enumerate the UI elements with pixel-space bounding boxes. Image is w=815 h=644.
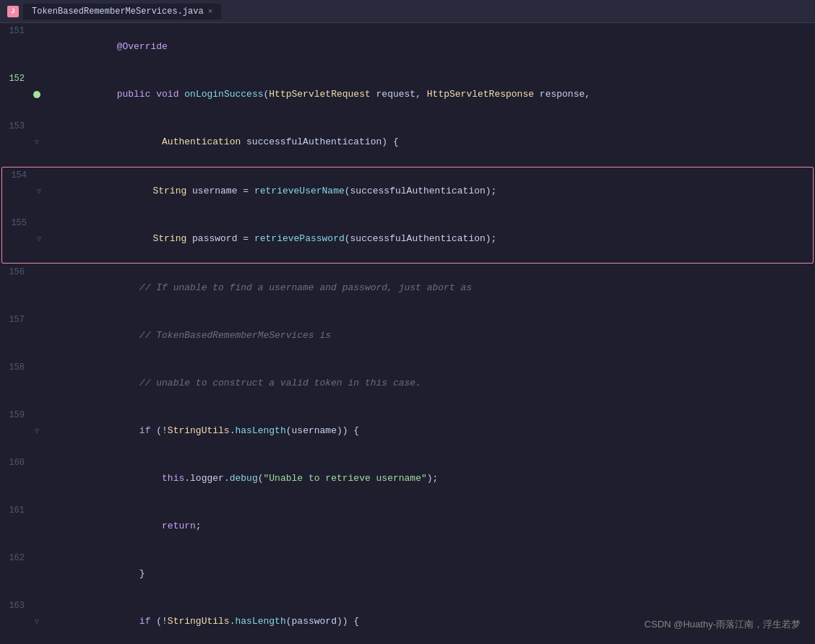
- line-row: 155 ▽ String password = retrievePassword…: [2, 215, 813, 263]
- redbox-1: 154 ▽ String username = retrieveUserName…: [1, 167, 814, 264]
- line-content: String password = retrievePassword(succe…: [46, 215, 813, 263]
- line-indicators: [30, 550, 43, 598]
- editor-container: 151 @Override 152 public void onLoginSuc…: [0, 23, 815, 644]
- line-number: 161: [0, 502, 30, 550]
- line-number: 159: [0, 407, 30, 455]
- line-number: 155: [2, 215, 33, 263]
- line-row: 154 ▽ String username = retrieveUserName…: [2, 167, 813, 215]
- line-content: if (!StringUtils.hasLength(username)) {: [43, 407, 815, 455]
- code-area[interactable]: 151 @Override 152 public void onLoginSuc…: [0, 23, 815, 644]
- line-indicators: [30, 312, 43, 360]
- line-number: 152: [0, 71, 30, 118]
- line-content: if (!StringUtils.hasLength(password)) {: [43, 598, 815, 644]
- line-indicators: ▽: [30, 407, 43, 455]
- line-indicators: [30, 360, 43, 407]
- line-number: 158: [0, 360, 30, 407]
- tab-close[interactable]: ×: [208, 7, 213, 16]
- line-row: 160 this.logger.debug("Unable to retriev…: [0, 455, 815, 502]
- line-row: 153 ▽ Authentication successfulAuthentic…: [0, 118, 815, 166]
- line-number: 160: [0, 455, 30, 502]
- line-row: 159 ▽ if (!StringUtils.hasLength(usernam…: [0, 407, 815, 455]
- title-bar: J TokenBasedRememberMeServices.java ×: [0, 0, 815, 23]
- line-number: 163: [0, 598, 30, 644]
- line-row: 151 @Override: [0, 23, 815, 71]
- line-content: // If unable to find a username and pass…: [43, 264, 815, 312]
- line-content: String username = retrieveUserName(succe…: [46, 167, 813, 215]
- line-content: // unable to construct a valid token in …: [43, 360, 815, 407]
- line-content: @Override: [43, 23, 815, 71]
- line-number: 153: [0, 118, 30, 166]
- line-content: Authentication successfulAuthentication)…: [43, 118, 815, 166]
- line-indicators: [30, 23, 43, 71]
- line-indicators: ▽: [33, 167, 46, 215]
- line-content: this.logger.debug("Unable to retrieve us…: [43, 455, 815, 502]
- fold-arrow[interactable]: ▽: [37, 235, 41, 243]
- line-content: public void onLoginSuccess(HttpServletRe…: [43, 71, 815, 118]
- line-indicators: [30, 71, 43, 118]
- line-content: return;: [43, 502, 815, 550]
- line-indicators: [30, 502, 43, 550]
- fold-arrow[interactable]: ▽: [35, 617, 39, 626]
- line-number: 157: [0, 312, 30, 360]
- fold-arrow[interactable]: ▽: [35, 138, 39, 147]
- line-row: 158 // unable to construct a valid token…: [0, 360, 815, 407]
- breakpoint-indicator: [33, 91, 40, 98]
- line-row: 161 return;: [0, 502, 815, 550]
- file-icon: J: [7, 6, 19, 17]
- line-number: 156: [0, 264, 30, 312]
- line-row: 163 ▽ if (!StringUtils.hasLength(passwor…: [0, 598, 815, 644]
- line-indicators: [30, 264, 43, 312]
- line-indicators: [30, 455, 43, 502]
- line-indicators: ▽: [30, 598, 43, 644]
- line-row: 157 // TokenBasedRememberMeServices is: [0, 312, 815, 360]
- tab-filename: TokenBasedRememberMeServices.java: [32, 6, 204, 17]
- line-indicators: ▽: [30, 118, 43, 166]
- line-number: 154: [2, 167, 33, 215]
- line-indicators: ▽: [33, 215, 46, 263]
- fold-arrow[interactable]: ▽: [37, 187, 41, 196]
- fold-arrow[interactable]: ▽: [35, 427, 39, 435]
- line-number: 151: [0, 23, 30, 71]
- line-row: 152 public void onLoginSuccess(HttpServl…: [0, 71, 815, 118]
- line-content: }: [43, 550, 815, 598]
- line-row: 162 }: [0, 550, 815, 598]
- line-number: 162: [0, 550, 30, 598]
- line-row: 156 // If unable to find a username and …: [0, 264, 815, 312]
- tab[interactable]: TokenBasedRememberMeServices.java ×: [23, 4, 221, 19]
- line-content: // TokenBasedRememberMeServices is: [43, 312, 815, 360]
